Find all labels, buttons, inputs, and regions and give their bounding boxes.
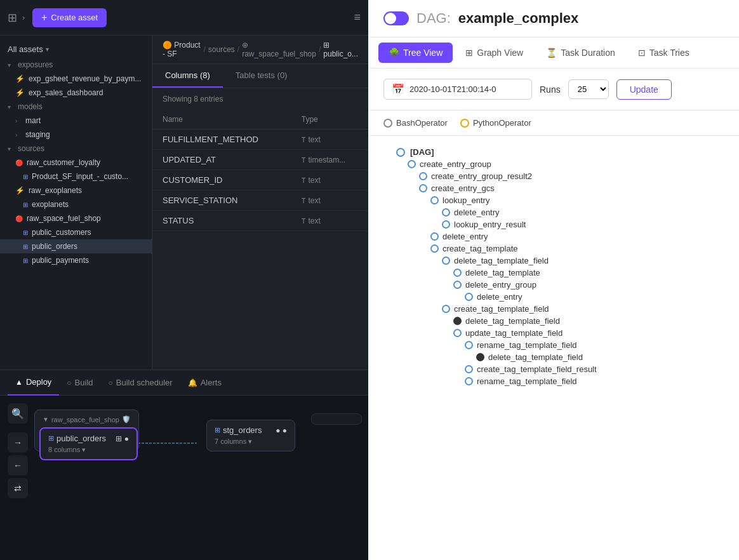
dag-node-row[interactable]: rename_tag_template_field [465, 339, 724, 351]
bash-label: BashOperator [396, 118, 448, 128]
flow-left-btn[interactable]: ← [8, 455, 28, 476]
task-duration-icon: ⏳ [546, 48, 557, 58]
sidebar-item-sources[interactable]: ▾ sources [0, 142, 152, 156]
breadcrumb-public-o: ⊞ public_o... [323, 41, 358, 58]
dag-node-circle [453, 269, 462, 277]
dag-node-row[interactable]: delete_entry [442, 206, 724, 218]
expand-icon: ▾ [8, 145, 14, 152]
bottom-nav-build-scheduler[interactable]: ○ Build scheduler [101, 370, 180, 396]
update-button[interactable]: Update [616, 79, 672, 100]
dag-node-circle [453, 281, 462, 289]
dag-node-circle [419, 184, 427, 192]
sidebar-item-raw-exoplanets[interactable]: ⚡ raw_exoplanets [0, 183, 152, 197]
dag-node-row[interactable]: delete_tag_template_field [442, 255, 724, 267]
cell-type: T text [291, 190, 368, 211]
date-input[interactable] [409, 84, 524, 94]
dag-node-row[interactable]: create_tag_template_field_result [465, 363, 724, 375]
dag-node-row[interactable]: delete_tag_template [453, 267, 724, 279]
runs-label: Runs [540, 84, 561, 95]
cell-type: T text [291, 130, 368, 150]
exposure-icon: ⚡ [15, 88, 25, 97]
type-icon: T [302, 136, 306, 143]
dag-node-row[interactable]: lookup_entry [430, 194, 724, 206]
sidebar-item-public-orders[interactable]: ⊞ public_orders [0, 239, 152, 253]
dag-node-circle [465, 377, 473, 385]
sidebar-item-exoplanets[interactable]: ⊞ exoplanets [0, 197, 152, 211]
dag-tab-task-tries-label: Task Tries [649, 48, 689, 58]
all-assets-row[interactable]: All assets ▾ [0, 41, 152, 58]
bash-dot [383, 119, 392, 128]
flow-controls: → ← ⇄ [8, 432, 28, 498]
breadcrumb-sources[interactable]: sources [208, 45, 235, 54]
dag-title: DAG: [416, 10, 451, 27]
dag-tab-graph-view[interactable]: ⊞ Graph View [455, 43, 533, 63]
bottom-nav-deploy[interactable]: ▲ Deploy [8, 370, 59, 396]
dag-node-row[interactable]: [DAG] [396, 146, 724, 158]
dag-node-row[interactable]: delete_entry_group [453, 279, 724, 291]
sidebar-item-staging[interactable]: › staging [0, 128, 152, 142]
dag-toggle[interactable] [383, 11, 409, 25]
dag-tab-task-duration[interactable]: ⏳ Task Duration [536, 43, 625, 63]
chevron-down-icon: ▾ [46, 46, 49, 53]
dag-node-row[interactable]: create_entry_group_result2 [419, 170, 724, 182]
dag-node-row[interactable]: delete_entry [430, 230, 724, 243]
tab-table-tests[interactable]: Table tests (0) [223, 64, 300, 88]
table-panel: 🟠 Product - SF / sources / ⊕ raw_space_f… [152, 36, 368, 370]
public-orders-node[interactable]: ⊞ public_orders ⊞ ● 8 columns ▾ [39, 427, 138, 460]
stg-orders-node[interactable]: ⊞ stg_orders ● ● 7 columns ▾ [206, 420, 295, 451]
dag-node-row[interactable]: lookup_entry_result [442, 218, 724, 230]
create-asset-button[interactable]: + Create asset [32, 8, 107, 27]
dag-name: example_complex [458, 10, 579, 27]
bottom-nav-alerts[interactable]: 🔔 Alerts [180, 370, 229, 396]
dag-tab-task-tries[interactable]: ⊡ Task Tries [628, 43, 700, 63]
stg-orders-header: ⊞ stg_orders ● ● [215, 425, 287, 435]
sidebar-item-exp-sales[interactable]: ⚡ exp_sales_dashboard [0, 86, 152, 100]
dag-node-circle [476, 353, 484, 361]
exp-sales-label: exp_sales_dashboard [29, 88, 103, 97]
dag-node-circle [453, 317, 462, 325]
type-icon: T [302, 217, 306, 225]
sidebar-item-exp-gsheet[interactable]: ⚡ exp_gsheet_revenue_by_paym... [0, 72, 152, 86]
dag-node-row[interactable]: create_entry_gcs [419, 182, 724, 194]
flow-swap-btn[interactable]: ⇄ [8, 478, 28, 498]
breadcrumb-raw-space[interactable]: ⊕ raw_space_fuel_shop [242, 41, 316, 58]
next-node[interactable] [311, 413, 362, 425]
dag-tab-tree-view[interactable]: 🌳 Tree View [378, 43, 453, 63]
sidebar-item-public-customers[interactable]: ⊞ public_customers [0, 225, 152, 239]
search-button[interactable]: 🔍 [8, 403, 28, 423]
dag-node-row[interactable]: update_tag_template_field [453, 327, 724, 339]
dag-node-row[interactable]: delete_tag_template_field [453, 315, 724, 327]
dag-node-row[interactable]: create_tag_template [430, 243, 724, 255]
arrow-icon: ▼ [43, 416, 49, 423]
dag-node-row[interactable]: create_entry_group [408, 158, 724, 170]
sidebar-item-public-payments[interactable]: ⊞ public_payments [0, 253, 152, 267]
build-label: Build [75, 378, 93, 387]
dag-node-row[interactable]: delete_tag_template_field [476, 351, 724, 363]
dag-node-label: delete_entry_group [465, 280, 536, 290]
sidebar-item-exposures[interactable]: ▾ exposures [0, 58, 152, 72]
breadcrumb-product[interactable]: 🟠 Product - SF [163, 41, 201, 58]
build-scheduler-icon: ○ [109, 378, 113, 387]
dag-node-row[interactable]: rename_tag_template_field [465, 375, 724, 387]
sidebar-item-product-sf[interactable]: ⊞ Product_SF_input_-_custo... [0, 170, 152, 183]
type-label: timestam... [308, 156, 345, 164]
sidebar-item-models[interactable]: ▾ models [0, 100, 152, 114]
menu-icon[interactable]: ≡ [354, 11, 361, 24]
sidebar-item-mart[interactable]: › mart [0, 114, 152, 128]
exposures-label: exposures [18, 60, 53, 69]
dag-root-circle [396, 148, 405, 157]
tab-columns[interactable]: Columns (8) [152, 64, 223, 88]
sidebar-item-raw-customer-loyalty[interactable]: 🔴 raw_customer_loyalty [0, 156, 152, 170]
runs-select[interactable]: 25 50 100 [568, 79, 609, 99]
sidebar-item-raw-space-fuel-shop[interactable]: 🔴 raw_space_fuel_shop [0, 211, 152, 225]
type-icon: T [302, 197, 306, 204]
dag-node-row[interactable]: create_tag_template_field [442, 303, 724, 315]
stg-orders-label: stg_orders [223, 425, 262, 435]
bottom-nav-build[interactable]: ○ Build [59, 370, 100, 396]
flow-right-btn[interactable]: → [8, 432, 28, 453]
dag-node-circle [465, 341, 473, 349]
dag-node-label: create_tag_template_field_result [477, 364, 597, 374]
dag-node-circle [430, 196, 439, 204]
plus-icon: + [41, 12, 47, 23]
dag-node-row[interactable]: delete_entry [465, 291, 724, 303]
